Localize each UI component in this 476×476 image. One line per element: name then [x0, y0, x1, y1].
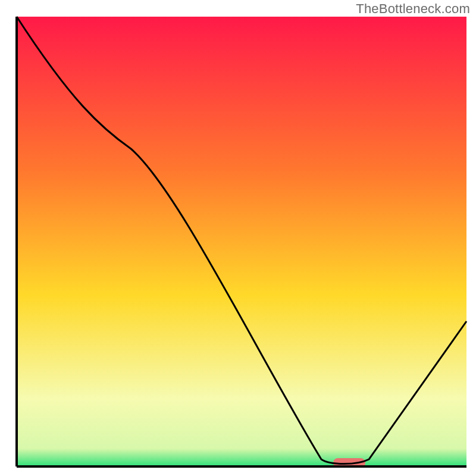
plot-area: [17, 17, 466, 466]
watermark-text: TheBottleneck.com: [356, 1, 470, 17]
gradient-background: [17, 17, 466, 466]
chart-svg: [0, 0, 476, 476]
bottleneck-chart: TheBottleneck.com: [0, 0, 476, 476]
